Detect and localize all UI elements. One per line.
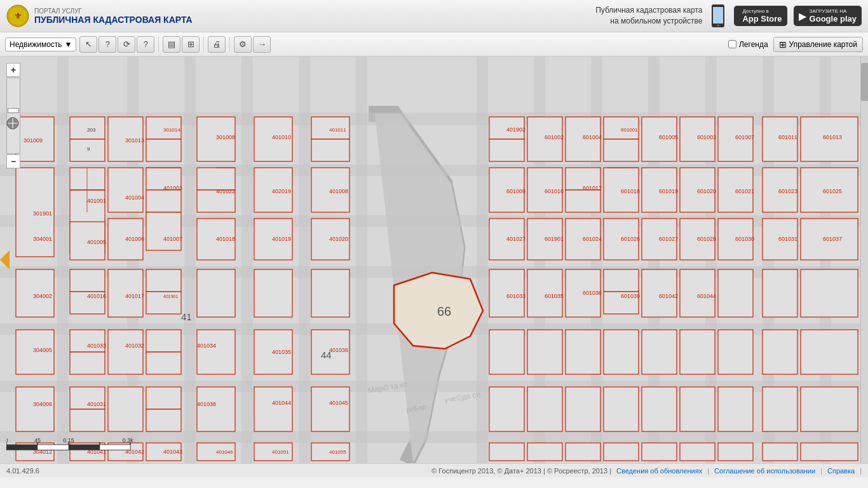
svg-text:401008: 401008 bbox=[329, 188, 348, 194]
svg-text:601031: 601031 bbox=[778, 236, 797, 242]
download-label: ЗАГРУЗИТЕ НА bbox=[810, 8, 857, 14]
svg-text:601030: 601030 bbox=[735, 236, 754, 242]
svg-rect-244 bbox=[37, 445, 69, 450]
svg-text:401010: 401010 bbox=[272, 134, 291, 140]
zoom-in-button[interactable]: + bbox=[6, 63, 20, 77]
svg-text:401017: 401017 bbox=[125, 293, 144, 299]
svg-text:601033: 601033 bbox=[506, 293, 526, 299]
manage-map-button[interactable]: ⊞ Управление картой bbox=[773, 37, 863, 52]
property-type-label: Недвижимость bbox=[10, 40, 62, 49]
updates-link[interactable]: Сведения об обновлениях bbox=[616, 467, 702, 475]
svg-text:601018: 601018 bbox=[621, 188, 640, 194]
manage-map-label: Управление картой bbox=[789, 40, 857, 49]
vertical-scrollbar[interactable] bbox=[860, 57, 868, 463]
svg-text:0.3km: 0.3km bbox=[123, 437, 133, 444]
svg-text:401020: 401020 bbox=[329, 236, 348, 242]
svg-text:401038: 401038 bbox=[197, 401, 216, 407]
svg-rect-151 bbox=[718, 443, 753, 461]
svg-text:601011: 601011 bbox=[778, 134, 797, 140]
svg-rect-92 bbox=[604, 139, 639, 161]
svg-text:0: 0 bbox=[6, 437, 8, 444]
svg-text:401034: 401034 bbox=[197, 342, 216, 349]
svg-rect-17 bbox=[241, 57, 253, 463]
svg-text:9: 9 bbox=[87, 146, 90, 152]
settings-button[interactable]: ⚙ bbox=[234, 36, 252, 53]
footer-sep3: | bbox=[860, 467, 862, 475]
mobile-promo-line1: Публичная кадастровая карта bbox=[595, 5, 702, 16]
footer-sep1: | bbox=[707, 467, 709, 475]
svg-text:401036: 401036 bbox=[329, 347, 348, 353]
help-link[interactable]: Справка bbox=[827, 467, 855, 475]
svg-text:601013: 601013 bbox=[823, 134, 842, 140]
export-icon: → bbox=[258, 39, 266, 49]
info-tool-button[interactable]: ? bbox=[98, 36, 116, 53]
svg-text:401902: 401902 bbox=[506, 126, 526, 133]
svg-text:601901: 601901 bbox=[545, 236, 564, 242]
svg-text:601024: 601024 bbox=[583, 236, 602, 242]
export-button[interactable]: → bbox=[253, 36, 271, 53]
map-container[interactable]: 301009 203 9 301013 301014 301008 401010… bbox=[0, 57, 868, 463]
cursor-tool-button[interactable]: ↖ bbox=[79, 36, 97, 53]
svg-rect-46 bbox=[146, 190, 181, 212]
zoom-slider[interactable] bbox=[6, 78, 20, 154]
svg-rect-18 bbox=[299, 57, 310, 463]
zoom-out-button[interactable]: − bbox=[6, 154, 20, 168]
svg-text:⚜: ⚜ bbox=[14, 11, 22, 21]
mobile-promo-line2: на мобильном устройстве bbox=[595, 16, 702, 27]
svg-point-5 bbox=[717, 24, 719, 27]
google-play-button[interactable]: ▶ ЗАГРУЗИТЕ НА Google play bbox=[794, 6, 862, 26]
svg-text:601002: 601002 bbox=[545, 134, 564, 140]
svg-rect-74 bbox=[108, 387, 143, 431]
svg-text:601027: 601027 bbox=[659, 236, 678, 242]
cursor-icon: ↖ bbox=[85, 39, 92, 49]
svg-rect-144 bbox=[801, 387, 858, 431]
phone-icon bbox=[709, 3, 728, 29]
svg-text:601042: 601042 bbox=[659, 293, 678, 299]
svg-rect-129 bbox=[566, 330, 600, 374]
svg-rect-130 bbox=[604, 330, 639, 374]
agreement-link[interactable]: Соглашение об использовании bbox=[714, 467, 815, 475]
legend-toggle[interactable]: Легенда bbox=[728, 40, 768, 49]
svg-rect-140 bbox=[642, 387, 677, 431]
svg-rect-139 bbox=[604, 387, 639, 431]
zoom-slider-handle[interactable] bbox=[8, 108, 19, 113]
rotate-button[interactable]: ⟳ bbox=[118, 36, 135, 53]
scale-button[interactable]: ⊞ bbox=[182, 36, 200, 53]
portal-logo: ⚜ bbox=[6, 4, 29, 27]
app-title: ПУБЛИЧНАЯ КАДАСТРОВАЯ КАРТА bbox=[34, 15, 193, 25]
app-store-button[interactable]: Доступно в App Store bbox=[734, 6, 787, 26]
svg-text:601017: 601017 bbox=[583, 185, 602, 191]
portal-label: ПОРТАЛ УСЛУГ bbox=[34, 8, 193, 15]
svg-text:601007: 601007 bbox=[735, 134, 754, 140]
svg-text:301014: 301014 bbox=[163, 127, 180, 133]
svg-text:66: 66 bbox=[437, 304, 451, 318]
svg-text:401022: 401022 bbox=[216, 188, 235, 194]
svg-text:601021: 601021 bbox=[735, 188, 754, 194]
settings-icon: ⚙ bbox=[239, 39, 247, 49]
svg-text:601019: 601019 bbox=[659, 188, 678, 194]
svg-rect-148 bbox=[604, 443, 639, 461]
toolbar-right: Легенда ⊞ Управление картой bbox=[728, 37, 863, 52]
property-type-dropdown[interactable]: Недвижимость ▼ bbox=[5, 37, 76, 51]
svg-rect-141 bbox=[680, 387, 715, 431]
svg-text:601036: 601036 bbox=[583, 290, 602, 296]
svg-text:401901: 401901 bbox=[163, 294, 178, 299]
svg-text:601044: 601044 bbox=[697, 293, 716, 299]
svg-rect-40 bbox=[197, 168, 235, 190]
print-icon: 🖨 bbox=[213, 39, 221, 49]
svg-text:601028: 601028 bbox=[697, 236, 716, 242]
legend-checkbox-input[interactable] bbox=[728, 40, 736, 48]
svg-text:401045: 401045 bbox=[329, 400, 348, 406]
print-button[interactable]: 🖨 bbox=[208, 36, 226, 53]
help-button[interactable]: ? bbox=[137, 36, 154, 53]
svg-rect-20 bbox=[477, 57, 488, 463]
svg-text:401004: 401004 bbox=[125, 194, 144, 201]
scrollbar-handle[interactable] bbox=[861, 63, 868, 101]
svg-text:601037: 601037 bbox=[823, 236, 842, 242]
svg-rect-143 bbox=[763, 387, 797, 431]
compass-icon bbox=[6, 117, 19, 132]
svg-rect-88 bbox=[489, 139, 524, 161]
svg-rect-124 bbox=[718, 269, 753, 317]
svg-rect-78 bbox=[254, 387, 292, 431]
measure-button[interactable]: ▤ bbox=[163, 36, 180, 53]
